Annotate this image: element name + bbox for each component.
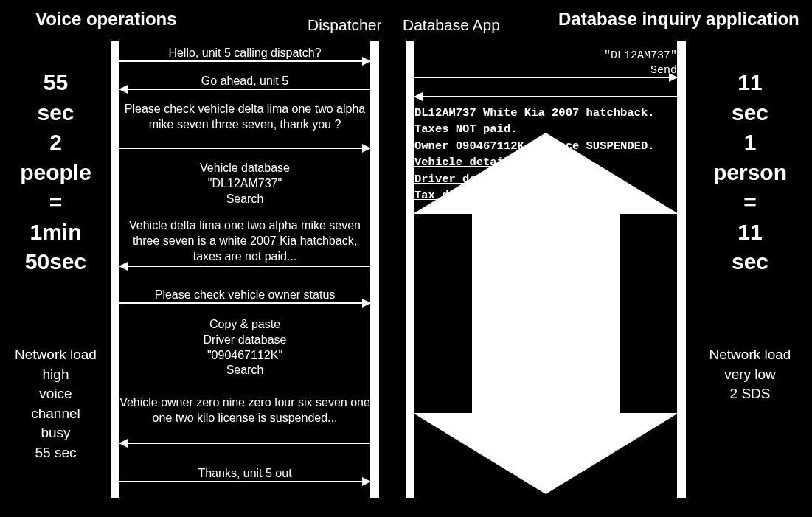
header-dispatcher: Dispatcher: [308, 16, 381, 34]
header-database-app: Database App: [403, 16, 500, 34]
stat-line: 1min: [6, 218, 105, 248]
header-voice-operations: Voice operations: [35, 9, 177, 30]
stat-line: =: [702, 187, 798, 218]
lifeline-db-server: [677, 41, 686, 498]
db-line: DL12AM737 White Kia 2007 hatchback.: [414, 105, 677, 121]
stat-line: 11: [702, 218, 798, 248]
note-line: Network load: [6, 345, 105, 365]
arrow-left-icon: [119, 89, 370, 90]
db-link-driver-details[interactable]: Driver det: [414, 171, 677, 187]
arrow-left-icon: [119, 443, 370, 444]
stat-line: sec: [6, 98, 105, 128]
stat-line: sec: [702, 247, 798, 277]
arrow-right-icon: [119, 481, 370, 482]
stat-line: 1: [702, 128, 798, 158]
note-line: Network load: [702, 345, 798, 365]
header-database-inquiry-app: Database inquiry application: [558, 9, 799, 30]
db-plate-value: "DL12AM737": [414, 49, 677, 63]
note-line: voice: [6, 384, 105, 404]
msg-vehicle-db-search: Vehicle database "DL12AM737" Search: [119, 161, 370, 207]
note-line: very low: [702, 365, 798, 385]
lifeline-db-app: [406, 41, 414, 498]
db-link-vehicle-details[interactable]: Vehicle details: [414, 154, 677, 170]
voice-stats-block: 55 sec 2 people = 1min 50sec: [6, 68, 105, 277]
msg-check-owner: Please check vehicle owner status: [119, 288, 370, 303]
arrow-right-icon: [119, 148, 370, 149]
lifeline-dispatcher: [370, 41, 379, 498]
msg-vehicle-result: Vehicle delta lima one two alpha mike se…: [119, 218, 370, 264]
msg-go-ahead: Go ahead, unit 5: [119, 74, 370, 89]
msg-check-vehicle: Please check vehicle delta lima one two …: [119, 102, 370, 133]
msg-hello-dispatch: Hello, unit 5 calling dispatch?: [119, 46, 370, 61]
db-link-tax-details[interactable]: Tax d: [414, 187, 677, 204]
arrow-left-icon: [119, 266, 370, 267]
db-response-block: DL12AM737 White Kia 2007 hatchback. Taxe…: [414, 105, 677, 204]
note-line: busy: [6, 423, 105, 443]
arrow-right-icon: [119, 302, 370, 304]
arrow-right-icon: [119, 60, 370, 62]
db-stats-block: 11 sec 1 person = 11 sec: [702, 68, 798, 277]
note-line: channel: [6, 404, 105, 424]
note-line: 2 SDS: [702, 384, 798, 404]
stat-line: 2: [6, 128, 105, 158]
stat-line: 11: [702, 68, 798, 98]
msg-owner-result: Vehicle owner zero nine zero four six se…: [119, 395, 370, 426]
stat-line: 50sec: [6, 247, 105, 277]
stat-line: person: [702, 158, 798, 188]
arrow-left-icon: [414, 96, 677, 97]
msg-driver-db-search: Copy & paste Driver database "090467112K…: [119, 317, 370, 378]
db-network-note: Network load very low 2 SDS: [702, 345, 798, 404]
note-line: 55 sec: [6, 443, 105, 463]
db-send-block: "DL12AM737" Send: [414, 49, 677, 79]
db-line: Taxes NOT paid.: [414, 121, 677, 137]
stat-line: people: [6, 158, 105, 188]
arrow-right-icon: [414, 77, 677, 78]
stat-line: 55: [6, 68, 105, 98]
db-line: Owner 090467112K licence SUSPENDED.: [414, 138, 677, 154]
note-line: high: [6, 365, 105, 385]
stat-line: =: [6, 187, 105, 218]
msg-thanks-out: Thanks, unit 5 out: [119, 466, 370, 482]
stat-line: sec: [702, 98, 798, 128]
voice-network-note: Network load high voice channel busy 55 …: [6, 345, 105, 463]
